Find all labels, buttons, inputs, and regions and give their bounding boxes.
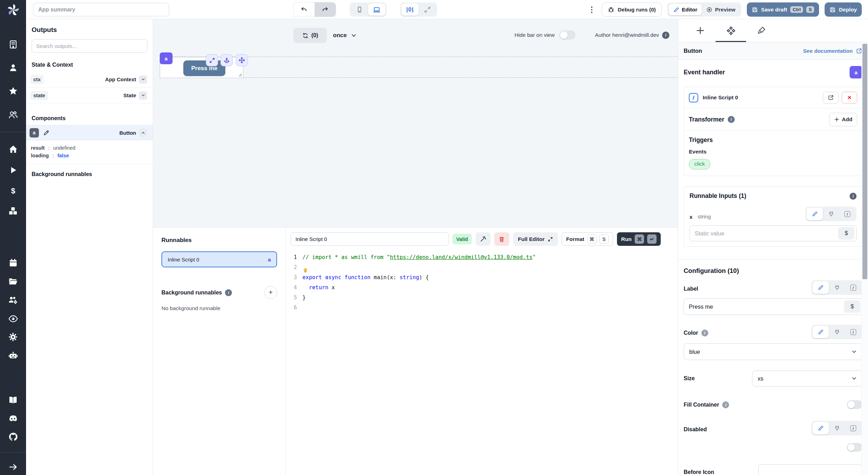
state-row[interactable]: state State	[26, 88, 153, 103]
eval-mode-button[interactable]: ƒ	[845, 422, 861, 434]
app-summary-input[interactable]	[33, 3, 169, 16]
windmill-logo[interactable]	[0, 3, 26, 17]
code-line[interactable]: 3export async function main(x: string) {	[286, 272, 678, 282]
resize-handle[interactable]	[238, 73, 242, 77]
static-mode-button[interactable]	[807, 208, 823, 220]
component-id-tag[interactable]: a	[160, 52, 173, 64]
open-script-button[interactable]	[823, 92, 838, 104]
refresh-runnables-button[interactable]: (0)	[293, 28, 327, 43]
static-mode-button[interactable]	[812, 281, 829, 294]
expand-component-button[interactable]	[206, 54, 218, 66]
tab-component-settings[interactable]	[716, 19, 746, 42]
code-line[interactable]: 6	[286, 302, 678, 312]
add-background-runnable-button[interactable]: +	[264, 286, 277, 299]
info-icon[interactable]: i	[722, 401, 729, 408]
calendar-icon[interactable]	[0, 258, 26, 267]
eval-mode-button[interactable]: ƒ	[845, 326, 861, 338]
undo-button[interactable]	[293, 2, 315, 17]
info-icon[interactable]: i	[701, 330, 708, 336]
collapse-arrow-icon[interactable]	[0, 462, 26, 472]
search-outputs-input[interactable]	[32, 39, 148, 53]
color-select[interactable]: blue	[684, 343, 862, 360]
connect-mode-button[interactable]	[829, 281, 845, 294]
dollar-icon[interactable]: $	[0, 186, 26, 195]
hide-bar-toggle[interactable]	[559, 31, 575, 40]
connect-mode-button[interactable]	[829, 422, 845, 434]
author-info-icon[interactable]: i	[662, 32, 669, 39]
app-canvas[interactable]: (0) once Hide bar on view Author henri@w…	[153, 19, 678, 227]
eval-mode-button[interactable]: ƒ	[839, 208, 856, 220]
tab-styling[interactable]	[746, 19, 777, 42]
redo-button[interactable]	[315, 2, 336, 17]
eye-icon[interactable]	[0, 314, 26, 324]
eval-mode-button[interactable]: ƒ	[845, 281, 861, 294]
code-line[interactable]: 1// import * as wmill from "https://deno…	[286, 252, 678, 262]
selected-component-box[interactable]: a Press me	[160, 57, 243, 78]
schedule-mode-dropdown[interactable]: once	[333, 28, 357, 43]
desktop-view-button[interactable]	[368, 3, 385, 16]
save-draft-button[interactable]: Save draft Ctrl S	[747, 2, 819, 17]
ai-wand-button[interactable]	[476, 232, 491, 246]
play-icon[interactable]	[0, 166, 26, 175]
code-line[interactable]: 4 return x	[286, 282, 678, 292]
static-value-input[interactable]	[690, 230, 838, 237]
anchor-component-button[interactable]	[220, 54, 233, 66]
star-icon[interactable]	[0, 86, 26, 95]
scrollbar-thumb[interactable]	[862, 44, 867, 279]
center-align-button[interactable]: |0|	[401, 3, 419, 16]
tab-editor[interactable]: Editor	[669, 4, 702, 15]
script-name-input[interactable]	[291, 232, 449, 246]
edit-id-pencil-icon[interactable]	[43, 130, 50, 136]
add-transformer-button[interactable]: Add	[829, 113, 857, 126]
panel-scrollbar[interactable]	[861, 42, 868, 475]
see-documentation-link[interactable]: See documentation	[803, 48, 862, 54]
press-me-button[interactable]: Press me	[183, 60, 225, 76]
component-collapse-button[interactable]	[139, 128, 147, 137]
format-button[interactable]: Format ⌘ S	[562, 232, 614, 246]
static-mode-button[interactable]	[812, 422, 829, 434]
before-icon-input[interactable]	[758, 464, 862, 475]
ctx-row[interactable]: ctx App Context	[26, 72, 153, 88]
move-component-button[interactable]	[236, 54, 248, 66]
info-icon[interactable]: i	[850, 193, 857, 200]
ctx-expand-button[interactable]	[139, 75, 147, 84]
robot-icon[interactable]	[0, 351, 26, 360]
info-icon[interactable]: i	[728, 116, 735, 123]
building-icon[interactable]	[0, 40, 26, 49]
runnable-item-inline-script-0[interactable]: Inline Script 0 a	[161, 251, 277, 267]
connect-mode-button[interactable]	[823, 208, 839, 220]
template-var-button[interactable]: $	[844, 300, 860, 313]
size-select[interactable]: xs	[752, 370, 862, 386]
code-line[interactable]: 5}	[286, 292, 678, 302]
template-var-button[interactable]: $	[838, 227, 854, 240]
gear-icon[interactable]	[0, 332, 26, 342]
full-editor-button[interactable]: Full Editor	[513, 232, 558, 246]
static-mode-button[interactable]	[812, 326, 829, 338]
info-icon[interactable]: i	[225, 289, 232, 296]
code-lines[interactable]: 1// import * as wmill from "https://deno…	[286, 250, 678, 312]
disabled-toggle[interactable]	[847, 443, 862, 452]
discord-icon[interactable]	[0, 414, 26, 424]
fullwidth-button[interactable]	[419, 3, 436, 16]
fill-container-toggle[interactable]	[847, 400, 862, 409]
users-gear-icon[interactable]	[0, 295, 26, 305]
user-icon[interactable]	[0, 63, 26, 72]
lightbulb-icon[interactable]	[302, 267, 308, 273]
home-icon[interactable]	[0, 145, 26, 154]
book-icon[interactable]	[0, 395, 26, 405]
state-expand-button[interactable]	[139, 91, 147, 100]
more-menu-button[interactable]: ⋮	[587, 5, 596, 14]
folder-open-icon[interactable]	[0, 277, 26, 286]
connect-mode-button[interactable]	[829, 326, 845, 338]
github-icon[interactable]	[0, 432, 26, 442]
users-icon[interactable]	[0, 110, 26, 119]
label-value-input[interactable]	[684, 303, 844, 310]
tab-preview[interactable]: Preview	[702, 4, 740, 15]
component-row-button[interactable]: a Button	[26, 125, 153, 140]
delete-script-button[interactable]	[494, 232, 509, 246]
remove-script-button[interactable]: ×	[842, 92, 857, 104]
deploy-button[interactable]: Deploy	[825, 2, 862, 17]
cubes-icon[interactable]	[0, 206, 26, 216]
code-line[interactable]: 2	[286, 262, 678, 272]
tab-insert-component[interactable]	[685, 19, 716, 42]
